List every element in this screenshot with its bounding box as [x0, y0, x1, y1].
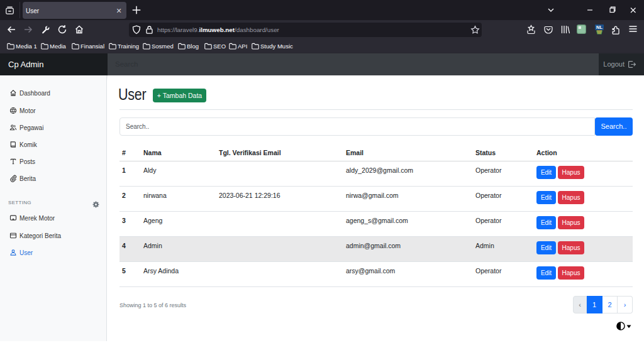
svg-text:NL: NL	[596, 24, 602, 30]
